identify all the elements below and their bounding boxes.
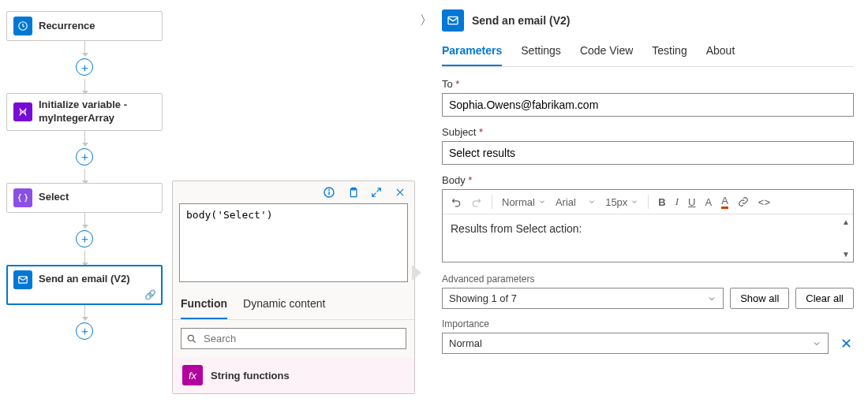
font-color-button[interactable]: A [705,196,712,208]
search-input[interactable] [181,328,406,349]
importance-value: Normal [449,337,482,349]
search-icon [186,333,197,344]
subject-field[interactable] [442,141,854,165]
expand-icon[interactable] [370,186,383,199]
node-recurrence[interactable]: Recurrence [6,11,163,41]
tab-function[interactable]: Function [181,291,227,319]
show-all-button[interactable]: Show all [730,288,789,309]
fx-icon: fx [182,365,203,385]
node-label: Select [39,191,69,204]
expression-popup: Function Dynamic content fx String funct… [172,181,415,394]
node-label: Initialize variable - myIntegerArray [39,99,155,125]
popup-toolbar [173,181,414,200]
advanced-summary: Showing 1 of 7 [449,292,517,304]
tab-code-view[interactable]: Code View [580,39,633,66]
highlight-button[interactable]: A [721,195,728,209]
panel-title: Send an email (V2) [472,14,570,27]
tab-dynamic-content[interactable]: Dynamic content [243,291,325,319]
clipboard-icon[interactable] [346,186,359,199]
redo-icon[interactable] [471,196,482,207]
body-label: Body * [442,174,854,186]
subject-label: Subject * [442,126,854,138]
tab-parameters[interactable]: Parameters [442,39,502,66]
details-panel: 〉 Send an email (V2) Parameters Settings… [418,0,868,402]
importance-label: Importance [442,318,854,329]
outlook-icon [442,9,464,32]
chevron-down-icon [707,294,716,303]
svg-point-7 [188,335,193,341]
node-select[interactable]: Select [6,183,163,213]
tab-settings[interactable]: Settings [521,39,561,66]
node-label: Send an email (V2) [39,273,130,286]
clear-all-button[interactable]: Clear all [795,288,854,309]
svg-point-4 [329,189,330,190]
body-content[interactable]: Results from Select action: ▲ ▼ [443,214,853,262]
outlook-icon [13,270,32,289]
add-step-button[interactable]: ＋ [76,230,93,248]
body-editor: Normal Arial 15px B I U A A <> Results f… [442,189,854,262]
connector [84,41,85,55]
italic-button[interactable]: I [675,195,679,208]
popup-tabs: Function Dynamic content [173,291,414,320]
add-step-button[interactable]: ＋ [76,148,93,166]
close-icon[interactable] [394,186,406,199]
chevron-down-icon [812,339,821,348]
to-field[interactable] [442,93,854,117]
add-step-button[interactable]: ＋ [76,58,93,76]
rte-toolbar: Normal Arial 15px B I U A A <> [443,190,853,214]
link-button[interactable] [738,196,749,207]
category-label: String functions [211,370,290,382]
connector [84,251,85,265]
remove-parameter-button[interactable]: ✕ [838,335,854,352]
tab-testing[interactable]: Testing [652,39,687,66]
body-text: Results from Select action: [451,222,582,235]
add-step-button[interactable]: ＋ [76,322,93,340]
clock-icon [13,17,32,35]
connector [84,79,85,93]
scroll-down-icon[interactable]: ▼ [842,250,850,259]
font-select[interactable]: Arial [556,196,596,208]
bold-button[interactable]: B [658,196,665,208]
search-field[interactable] [202,332,401,345]
importance-select[interactable]: Normal [442,333,829,354]
size-select[interactable]: 15px [605,196,638,208]
panel-tabs: Parameters Settings Code View Testing Ab… [442,39,854,67]
braces-icon [13,188,32,207]
svg-line-8 [193,340,196,342]
connector [84,305,85,319]
flow-canvas: Recurrence ＋ Initialize variable - myInt… [6,11,163,343]
scroll-up-icon[interactable]: ▲ [842,218,850,226]
undo-icon[interactable] [451,196,462,207]
node-send-email[interactable]: Send an email (V2) 🔗 [6,265,163,305]
advanced-label: Advanced parameters [442,274,854,285]
code-button[interactable]: <> [758,196,770,208]
variable-icon [13,102,32,121]
node-initialize-variable[interactable]: Initialize variable - myIntegerArray [6,93,163,131]
advanced-select[interactable]: Showing 1 of 7 [442,288,724,309]
underline-button[interactable]: U [688,196,695,208]
node-label: Recurrence [39,20,95,33]
tab-about[interactable]: About [706,39,735,66]
category-string-functions[interactable]: fx String functions [173,357,414,393]
connector [84,169,85,183]
expression-input[interactable] [179,203,408,282]
connector [84,131,85,145]
link-icon: 🔗 [144,289,156,300]
collapse-chevron-icon[interactable]: 〉 [418,13,434,29]
info-icon[interactable] [323,186,335,199]
connector [84,213,85,227]
style-select[interactable]: Normal [502,196,546,208]
to-label: To * [442,78,854,90]
